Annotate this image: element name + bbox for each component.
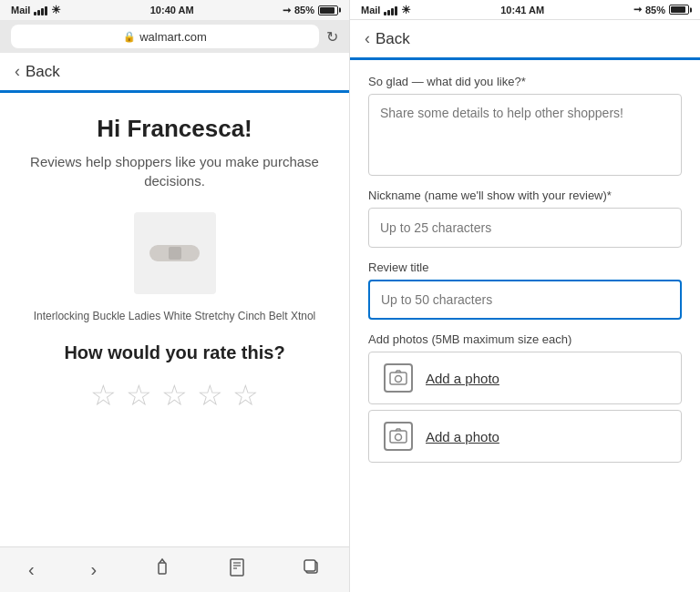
title-group: Review title — [368, 260, 682, 320]
battery-pct-left: 85% — [294, 5, 314, 15]
wifi-icon: ☀ — [51, 4, 61, 16]
left-phone: Mail ☀ 10:40 AM ➞ 85% 🔒 walmart.com ↻ ‹ … — [0, 0, 350, 592]
product-name: Interlocking Buckle Ladies White Stretch… — [34, 309, 315, 324]
product-image — [134, 212, 216, 294]
nav-bar-right: ‹ Back — [350, 20, 700, 60]
add-photo-button-2[interactable]: Add a photo — [368, 410, 682, 463]
photos-label: Add photos (5MB maximum size each) — [368, 332, 682, 346]
signal-icon — [34, 5, 47, 15]
svg-rect-0 — [159, 563, 166, 574]
star-2[interactable]: ☆ — [126, 378, 152, 413]
review-label: So glad — what did you like?* — [368, 75, 682, 88]
time-right: 10:41 AM — [500, 5, 544, 15]
svg-rect-1 — [231, 559, 243, 576]
left-content: Hi Francesca! Reviews help shoppers like… — [0, 93, 349, 546]
wifi-icon-right: ☀ — [401, 4, 411, 16]
chevron-left-icon: ‹ — [15, 62, 20, 81]
url-field[interactable]: 🔒 walmart.com — [11, 25, 319, 48]
star-rating[interactable]: ☆ ☆ ☆ ☆ ☆ — [90, 378, 259, 413]
url-bar: 🔒 walmart.com ↻ — [0, 20, 349, 53]
back-button-right[interactable]: ‹ Back — [365, 29, 410, 48]
svg-point-8 — [396, 376, 402, 383]
nickname-label: Nickname (name we'll show with your revi… — [368, 189, 682, 202]
star-4[interactable]: ☆ — [197, 378, 223, 413]
title-label: Review title — [368, 260, 682, 274]
add-photo-label-1: Add a photo — [426, 371, 499, 386]
star-1[interactable]: ☆ — [90, 378, 117, 413]
back-button-left[interactable]: ‹ Back — [15, 62, 60, 81]
star-5[interactable]: ☆ — [232, 378, 259, 413]
tabs-button[interactable] — [290, 551, 334, 588]
forward-nav-button[interactable]: › — [78, 552, 110, 587]
photo-icon-2 — [384, 422, 413, 451]
battery-pct-right: 85% — [645, 5, 665, 15]
photo-icon-1 — [384, 363, 413, 393]
arrow-icon: ➞ — [283, 5, 291, 16]
photos-group: Add photos (5MB maximum size each) Add a… — [368, 332, 682, 463]
battery-icon-right — [669, 5, 689, 15]
mail-label-right: Mail — [361, 5, 380, 15]
form-content: So glad — what did you like?* Nickname (… — [350, 60, 700, 592]
svg-point-10 — [396, 434, 402, 441]
belt-image — [149, 245, 200, 261]
chevron-left-icon-right: ‹ — [365, 29, 370, 48]
url-text: walmart.com — [139, 30, 207, 44]
back-label-left: Back — [26, 63, 60, 81]
status-bar-left: Mail ☀ 10:40 AM ➞ 85% — [0, 0, 349, 20]
back-label-right: Back — [376, 30, 410, 48]
share-button[interactable] — [140, 550, 184, 589]
lock-icon: 🔒 — [123, 31, 136, 43]
nickname-group: Nickname (name we'll show with your revi… — [368, 189, 682, 248]
title-input[interactable] — [368, 280, 682, 320]
arrow-icon-right: ➞ — [633, 4, 642, 15]
status-bar-right: Mail ☀ 10:41 AM ➞ 85% — [350, 0, 700, 20]
add-photo-label-2: Add a photo — [426, 429, 499, 444]
greeting-text: Hi Francesca! — [97, 115, 252, 143]
review-group: So glad — what did you like?* — [368, 75, 682, 176]
svg-rect-6 — [304, 560, 315, 571]
add-photo-button-1[interactable]: Add a photo — [368, 352, 682, 404]
nickname-input[interactable] — [368, 208, 682, 248]
nav-bar-left: ‹ Back — [0, 53, 349, 93]
time-left: 10:40 AM — [150, 5, 194, 15]
rate-heading: How would you rate this? — [64, 342, 284, 363]
subtitle-text: Reviews help shoppers like you make purc… — [29, 152, 320, 190]
battery-icon-left — [318, 5, 338, 15]
back-nav-button[interactable]: ‹ — [15, 552, 47, 587]
star-3[interactable]: ☆ — [161, 378, 188, 413]
signal-icon-right — [384, 5, 397, 15]
right-phone: Mail ☀ 10:41 AM ➞ 85% ‹ Back So glad — w… — [350, 0, 700, 592]
mail-label: Mail — [11, 5, 30, 15]
reload-button[interactable]: ↻ — [326, 28, 338, 46]
bookmarks-button[interactable] — [215, 550, 259, 589]
review-textarea[interactable] — [368, 94, 682, 176]
bottom-nav: ‹ › — [0, 546, 349, 592]
